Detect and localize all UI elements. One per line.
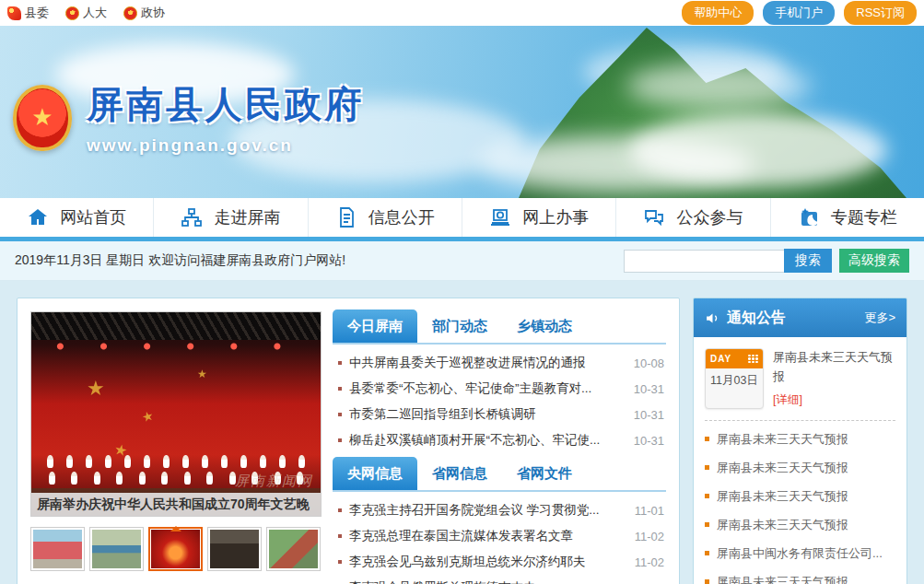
tab-today-pingnan[interactable]: 今日屏南 [333,310,417,343]
news-item: 市委第二巡回指导组到长桥镇调研 10-31 [334,402,664,427]
notice-link[interactable]: 屏南县中闽水务有限责任公司... [717,545,883,562]
news-item: 中共屏南县委关于巡视整改进展情况的通报 10-08 [334,350,664,376]
bullet-icon [338,438,342,442]
nav-item-special-topics[interactable]: 专题专栏 [771,198,924,237]
search-input[interactable] [624,250,785,273]
site-title: 屏南县人民政府 [87,79,364,130]
notice-panel-title: 通知公告 [727,309,786,328]
star-decoration: ★ [140,408,155,426]
news-item: 柳岳赴双溪镇峭顶村开展“不忘初心、牢记使... 10-31 [334,427,664,453]
thumbnail-3-active[interactable] [148,527,203,571]
nav-label: 公众参与 [676,206,743,228]
topbar-links: 县委 ★ 人大 ★ 政协 [7,5,165,21]
thumbnail-2[interactable] [89,527,144,571]
nav-item-online-services[interactable]: 网上办事 [462,198,616,237]
bullet-icon [338,508,342,512]
featured-notice: DAY 11月03日 屏南县未来三天天气预报 [详细] [705,348,895,409]
thumbnail-4[interactable] [207,527,262,571]
tab-central-news[interactable]: 央网信息 [333,457,417,490]
mobile-portal-button[interactable]: 手机门户 [763,1,835,25]
bullet-icon [705,494,709,498]
notice-header: 通知公告 更多> [694,298,906,337]
thumbnail-5[interactable] [266,527,321,571]
link-label: 人大 [83,5,107,21]
news-link[interactable]: 县委常委“不忘初心、牢记使命”主题教育对... [349,380,625,397]
site-banner: ★ 屏南县人民政府 www.pingnan.gov.cn [0,26,924,198]
notice-item[interactable]: 屏南县中闽水务有限责任公司... [705,539,895,567]
notice-item[interactable]: 屏南县未来三天天气预报 [705,567,895,584]
news-link[interactable]: 市委第二巡回指导组到长桥镇调研 [349,406,625,423]
national-news-tabs: 央网信息 省网信息 省网文件 [333,459,666,492]
national-emblem-logo: ★ [13,85,72,151]
news-date: 10-31 [634,408,664,422]
link-peoples-congress[interactable]: ★ 人大 [65,5,107,21]
featured-notice-title[interactable]: 屏南县未来三天天气预报 [773,350,893,383]
news-date: 10-31 [634,434,664,448]
bullet-icon [338,413,342,416]
notice-item[interactable]: 屏南县未来三天天气预报 [705,453,895,482]
notice-item[interactable]: 屏南县未来三天天气预报 [705,510,895,539]
thumbnail-1[interactable] [30,527,85,571]
link-county-party[interactable]: 县委 [7,5,49,21]
news-link[interactable]: 中共屏南县委关于巡视整改进展情况的通报 [349,355,625,371]
news-link[interactable]: 柳岳赴双溪镇峭顶村开展“不忘初心、牢记使... [349,432,625,449]
nav-label: 网站首页 [60,206,126,228]
national-news-block: 央网信息 省网信息 省网文件 李克强主持召开国务院党组会议 学习贯彻党... 1… [333,459,666,584]
nav-item-home[interactable]: 网站首页 [0,198,154,237]
news-date: 10-31 [634,382,664,396]
advanced-search-button[interactable]: 高级搜索 [839,249,909,273]
carousel-thumbnails [30,527,322,571]
date-welcome-bar: 2019年11月3日 星期日 欢迎访问福建屏南县政府门户网站! 搜索 高级搜索 [0,241,924,281]
sitemap-icon [181,206,203,228]
link-label: 县委 [25,5,49,21]
notice-item[interactable]: 屏南县未来三天天气预报 [705,425,895,453]
carousel-slide[interactable]: ★ ★ ★ ★ 屏南新闻网 屏南举办庆祝中华人民共和国成立70周年文艺晚 [30,311,322,517]
notice-item[interactable]: 屏南县未来三天天气预报 [705,482,895,510]
notice-link[interactable]: 屏南县未来三天天气预报 [717,431,848,448]
link-label: 政协 [141,5,165,21]
news-column: 今日屏南 部门动态 乡镇动态 中共屏南县委关于巡视整改进展情况的通报 10-08… [333,311,666,584]
news-item: 李克强总理在泰国主流媒体发表署名文章 11-02 [334,523,664,549]
content-area: ★ ★ ★ ★ 屏南新闻网 屏南举办庆祝中华人民共和国成立70周年文艺晚 [0,281,924,584]
star-decoration: ★ [87,377,105,401]
news-link[interactable]: 李克强会见俄罗斯总理梅德韦杰夫 [349,579,626,584]
photo-watermark: 屏南新闻网 [235,473,313,490]
notice-link[interactable]: 屏南县未来三天天气预报 [717,517,848,533]
notice-more-link[interactable]: 更多> [864,310,895,326]
document-icon [335,206,357,228]
nav-item-about[interactable]: 走进屏南 [154,198,308,237]
bullet-icon [705,522,709,527]
site-search: 搜索 高级搜索 [624,249,909,273]
tab-province-documents[interactable]: 省网文件 [502,457,587,490]
national-news-list: 李克强主持召开国务院党组会议 学习贯彻党... 11-01 李克强总理在泰国主流… [333,492,666,584]
help-center-button[interactable]: 帮助中心 [682,1,754,25]
nav-item-info-disclosure[interactable]: 信息公开 [309,198,462,237]
tab-department-news[interactable]: 部门动态 [417,310,502,343]
rss-subscribe-button[interactable]: RSS订阅 [844,1,917,25]
tab-province-news[interactable]: 省网信息 [417,457,502,490]
nav-item-public-participation[interactable]: 公众参与 [616,198,770,237]
speaker-icon [705,310,720,326]
news-link[interactable]: 李克强主持召开国务院党组会议 学习贯彻党... [349,502,626,519]
notice-link[interactable]: 屏南县未来三天天气预报 [717,574,848,584]
news-date: 11-02 [635,555,664,569]
nav-label: 走进屏南 [214,206,280,228]
carousel-caption[interactable]: 屏南举办庆祝中华人民共和国成立70周年文艺晚 [31,493,321,516]
star-decoration: ★ [197,368,207,380]
search-button[interactable]: 搜索 [784,249,832,273]
link-cppcc[interactable]: ★ 政协 [123,5,165,21]
topbar-buttons: 帮助中心 手机门户 RSS订阅 [682,1,917,25]
bullet-icon [705,551,709,555]
notice-list: 屏南县未来三天天气预报 屏南县未来三天天气预报 屏南县未来三天天气预报 屏南县未… [705,425,895,584]
news-link[interactable]: 李克强总理在泰国主流媒体发表署名文章 [349,528,626,544]
bullet-icon [705,465,709,470]
news-date: 11-01 [635,504,664,518]
notice-panel: 通知公告 更多> DAY 11月03日 屏南县未来三天天气预报 [详细] [693,298,907,584]
notice-link[interactable]: 屏南县未来三天天气预报 [717,460,848,476]
tab-township-news[interactable]: 乡镇动态 [502,310,587,343]
local-news-tabs: 今日屏南 部门动态 乡镇动态 [333,311,666,345]
photo-carousel: ★ ★ ★ ★ 屏南新闻网 屏南举办庆祝中华人民共和国成立70周年文艺晚 [30,311,322,584]
notice-link[interactable]: 屏南县未来三天天气预报 [717,488,848,505]
news-link[interactable]: 李克强会见乌兹别克斯坦总统米尔济约耶夫 [349,554,626,570]
detail-link[interactable]: [详细] [773,391,802,409]
